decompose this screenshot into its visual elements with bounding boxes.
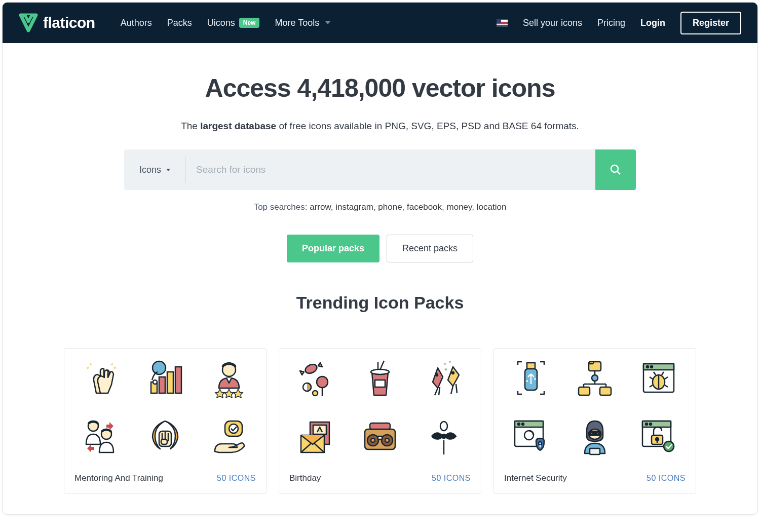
browser-bug-icon [636,355,681,401]
pack-count: 50 ICONS [432,474,471,483]
svg-point-7 [153,380,157,384]
svg-rect-53 [600,387,611,395]
svg-point-56 [647,366,649,368]
svg-rect-71 [590,448,600,454]
svg-point-28 [452,372,454,374]
top-searches: Top searches: arrow, instagram, phone, f… [3,202,757,212]
svg-point-30 [449,361,451,363]
person-stars-icon [206,355,252,401]
logo-text: flaticon [43,14,95,31]
hero-subtitle: The largest database of free icons avail… [3,121,757,132]
svg-point-29 [444,363,446,365]
login-link[interactable]: Login [640,18,665,28]
pinata-icon [421,355,467,401]
top-search-link[interactable]: location [477,202,507,212]
top-search-link[interactable]: arrow [310,202,331,212]
svg-point-19 [317,376,328,388]
top-searches-label: Top searches: [254,202,310,212]
register-button[interactable]: Register [680,12,741,34]
browser-unlock-icon [636,413,681,459]
svg-point-38 [371,438,375,442]
nav-sell-icons[interactable]: Sell your icons [523,18,582,28]
flaticon-logo-icon [19,13,38,32]
nav-more-tools[interactable]: More Tools [275,18,330,28]
search-icon [610,164,622,176]
candy-icon [293,355,339,401]
svg-rect-43 [527,363,535,369]
svg-line-1 [617,171,620,174]
svg-rect-4 [167,372,173,393]
usb-scan-icon [508,355,554,401]
svg-point-46 [592,375,598,381]
svg-point-75 [650,423,652,425]
nav-packs[interactable]: Packs [167,18,192,28]
pack-count: 50 ICONS [647,474,686,483]
pack-filter-buttons: Popular packs Recent packs [3,235,757,262]
invitation-card-icon [293,413,339,459]
pack-count: 50 ICONS [217,474,256,483]
nav-authors[interactable]: Authors [121,18,152,28]
svg-rect-24 [375,380,385,387]
nav-uicons-label: Uicons [207,18,235,28]
logo[interactable]: flaticon [19,13,95,32]
header: flaticon Authors Packs Uicons New More T… [3,3,757,43]
boombox-icon [357,413,403,459]
hero: Access 4,418,000 vector icons The larges… [3,43,757,333]
pack-card[interactable]: Birthday 50 ICONS [279,348,481,494]
top-search-link[interactable]: money [447,202,472,212]
svg-point-6 [153,361,166,374]
search-input[interactable] [186,149,595,190]
new-badge: New [239,18,260,28]
svg-point-57 [651,366,653,368]
chevron-down-icon [325,21,330,24]
network-folders-icon [572,355,618,401]
nav-uicons[interactable]: Uicons New [207,18,260,28]
svg-point-63 [522,423,524,425]
search-type-label: Icons [139,165,161,175]
search-type-dropdown[interactable]: Icons [124,157,186,183]
svg-rect-3 [159,377,165,393]
nav-pricing[interactable]: Pricing [597,18,625,28]
top-search-link[interactable]: facebook [407,202,442,212]
nav-more-tools-label: More Tools [275,18,319,28]
bar-chart-growth-icon [142,355,188,401]
svg-point-62 [518,423,520,425]
popular-packs-button[interactable]: Popular packs [287,235,379,262]
main-nav: Authors Packs Uicons New More Tools [121,18,331,28]
svg-point-41 [440,422,447,431]
trending-heading: Trending Icon Packs [3,293,757,313]
search-button[interactable] [595,149,636,190]
svg-point-22 [313,391,318,396]
top-search-link[interactable]: instagram [335,202,373,212]
pack-card[interactable]: Internet Security 50 ICONS [493,348,696,494]
pack-name: Internet Security [504,473,567,483]
recent-packs-button[interactable]: Recent packs [387,235,473,262]
svg-point-17 [229,424,238,433]
clapping-hands-icon [79,355,124,401]
svg-point-18 [304,362,319,375]
svg-rect-35 [370,423,390,429]
hacker-icon [572,413,618,459]
svg-rect-52 [579,387,590,395]
pack-name: Birthday [289,473,321,483]
svg-point-79 [664,441,674,451]
svg-point-69 [591,432,593,434]
svg-rect-5 [175,367,181,393]
header-right: Sell your icons Pricing Login Register [497,12,741,34]
svg-point-77 [656,438,659,441]
trending-packs: Mentoring And Training 50 ICONS Birthday… [3,348,757,514]
soda-cup-icon [357,355,403,401]
svg-point-27 [436,374,438,376]
svg-point-65 [539,442,542,445]
pack-name: Mentoring And Training [74,473,163,483]
svg-point-0 [611,165,618,172]
hero-title: Access 4,418,000 vector icons [3,73,757,103]
pack-card[interactable]: Mentoring And Training 50 ICONS [64,348,267,494]
fist-motivation-icon [142,413,188,459]
svg-rect-15 [161,439,167,444]
us-flag-icon[interactable] [497,19,508,26]
top-search-link[interactable]: phone [378,202,402,212]
chevron-down-icon [166,169,170,171]
browser-shield-icon [508,413,554,459]
svg-line-25 [380,361,384,370]
